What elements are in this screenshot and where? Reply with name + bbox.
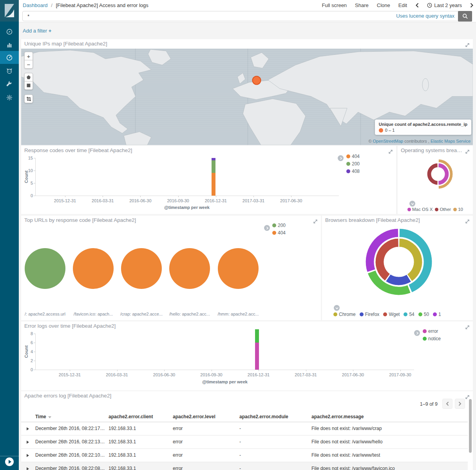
time-forward-button[interactable]	[470, 3, 474, 8]
geo-point-marker[interactable]	[253, 76, 261, 85]
chevron-right-icon	[470, 3, 474, 8]
sidebar-item-dashboard[interactable]	[0, 51, 19, 64]
legend-item-notice[interactable]: notice	[423, 336, 441, 341]
x-tick-mark	[164, 370, 165, 371]
legend-toggle[interactable]	[409, 201, 415, 207]
table-scrollbar-thumb[interactable]	[469, 399, 472, 453]
legend-item-Wget[interactable]: Wget	[383, 312, 400, 317]
x-tick-label: 2015-12-31	[47, 198, 83, 203]
legend-item-Mac OS X[interactable]: Mac OS X	[407, 207, 433, 212]
search-button[interactable]	[458, 11, 472, 22]
column-header-time[interactable]: Time	[35, 412, 109, 422]
legend-swatch	[418, 312, 422, 316]
y-tick-mark	[34, 196, 35, 196]
expand-panel-icon[interactable]	[465, 394, 470, 399]
sidebar-item-dev-tools[interactable]	[0, 77, 19, 90]
elastic-maps-link[interactable]: Elastic Maps Service	[431, 139, 471, 143]
donut-chart-os	[398, 146, 473, 205]
breadcrumb-dashboard-link[interactable]: Dashboard	[23, 2, 48, 8]
breadcrumb-separator: /	[51, 2, 52, 8]
legend-item-404[interactable]: 404	[272, 230, 286, 236]
x-tick-mark	[70, 370, 70, 371]
polygon-tool-button[interactable]	[24, 73, 33, 82]
full-screen-button[interactable]: Full screen	[322, 2, 347, 8]
edit-button[interactable]: Edit	[398, 2, 407, 8]
expand-row-caret[interactable]	[27, 454, 29, 457]
panel-apache-errors-log: Apache errors log [Filebeat Apache2] 1–9…	[21, 391, 473, 470]
expand-row-caret[interactable]	[27, 441, 29, 444]
collapse-sidebar-button[interactable]	[5, 457, 14, 466]
sidebar-item-discover[interactable]	[0, 25, 19, 38]
y-tick-mark	[34, 370, 35, 370]
zoom-out-button[interactable]: −	[24, 60, 33, 69]
expand-row-caret[interactable]	[27, 467, 29, 470]
legend-label: Wget	[389, 312, 400, 317]
pie-slice-404[interactable]	[218, 248, 259, 289]
legend-label: 1	[438, 312, 441, 317]
legend-item-Chrome[interactable]: Chrome	[333, 312, 356, 317]
donut-segment-Firefox[interactable]	[386, 274, 411, 285]
pie-slice-404[interactable]	[121, 248, 162, 289]
time-range-picker[interactable]: Last 2 years	[427, 2, 462, 8]
lucene-syntax-link[interactable]: Uses lucene query syntax	[396, 13, 454, 19]
legend-toggle[interactable]	[334, 305, 340, 311]
fit-data-bounds-button[interactable]	[24, 94, 33, 103]
legend-toggle[interactable]	[338, 155, 344, 161]
chart-legend: errornotice	[423, 328, 441, 341]
time-back-button[interactable]	[415, 3, 419, 8]
column-header-apache2-error-module: apache2.error.module	[239, 412, 311, 422]
expand-row-caret[interactable]	[27, 427, 29, 430]
legend-item-Other[interactable]: Other	[435, 207, 451, 212]
expand-panel-icon[interactable]	[465, 42, 470, 47]
x-axis-label: @timestamp per week	[182, 379, 268, 384]
bar-segment-408[interactable]	[212, 158, 215, 160]
cell: error	[173, 422, 239, 435]
zoom-in-button[interactable]: +	[24, 52, 33, 60]
clone-button[interactable]: Clone	[377, 2, 390, 8]
table-row: December 26th 2016, 08:22:10.000192.168.…	[21, 449, 468, 462]
map-legend: Unique count of apache2.access.remote_ip…	[375, 120, 471, 135]
previous-page-button[interactable]	[442, 399, 452, 409]
legend-swatch	[423, 329, 427, 333]
legend-label: Other	[440, 207, 451, 212]
sidebar-item-timelion[interactable]	[0, 64, 19, 77]
sidebar-item-visualize[interactable]	[0, 38, 19, 51]
legend-item-200[interactable]: 200	[346, 161, 360, 167]
bar-segment-error[interactable]	[255, 343, 259, 370]
legend-item-408[interactable]: 408	[346, 169, 360, 174]
pie-slice-404[interactable]	[169, 248, 210, 289]
kibana-logo[interactable]	[0, 0, 19, 22]
legend-item-54[interactable]: 54	[404, 312, 414, 317]
legend-item-10[interactable]: 10	[453, 207, 463, 212]
legend-item-200[interactable]: 200	[272, 223, 286, 228]
bar-segment-404[interactable]	[212, 173, 215, 196]
x-tick-mark	[400, 370, 401, 371]
bar-segment-200[interactable]	[212, 160, 215, 173]
legend-item-404[interactable]: 404	[346, 154, 360, 159]
legend-toggle[interactable]	[414, 330, 420, 336]
next-page-button[interactable]	[455, 399, 465, 409]
cell: File does not exist: /var/www/favicon.ic…	[311, 462, 468, 470]
legend-item-50[interactable]: 50	[418, 312, 429, 317]
map-legend-range: 0 – 1	[385, 128, 395, 132]
pie-slice-404[interactable]	[73, 248, 114, 289]
x-tick-label: 2015-12-31	[52, 372, 87, 377]
y-tick-label: 5	[21, 181, 33, 185]
rectangle-tool-button[interactable]	[24, 81, 33, 90]
bar-segment-notice[interactable]	[255, 329, 259, 343]
openstreetmap-link[interactable]: OpenStreetMap	[373, 139, 404, 143]
x-tick-label: 2016-06-30	[147, 372, 182, 377]
legend-item-Firefox[interactable]: Firefox	[360, 312, 380, 317]
sidebar-item-management[interactable]	[0, 91, 19, 104]
donut-segment-Other[interactable]	[427, 163, 438, 185]
add-filter-button[interactable]: Add a filter +	[23, 28, 51, 34]
legend-swatch	[346, 169, 350, 173]
world-map-canvas[interactable]: + − Unique count of apache2.access.remot…	[21, 49, 473, 145]
cell: error	[173, 449, 239, 462]
legend-toggle[interactable]	[264, 225, 270, 231]
legend-item-1[interactable]: 1	[433, 312, 441, 317]
legend-swatch	[404, 312, 407, 316]
pie-slice-200[interactable]	[25, 248, 65, 289]
share-button[interactable]: Share	[355, 2, 369, 8]
legend-item-error[interactable]: error	[423, 328, 441, 334]
